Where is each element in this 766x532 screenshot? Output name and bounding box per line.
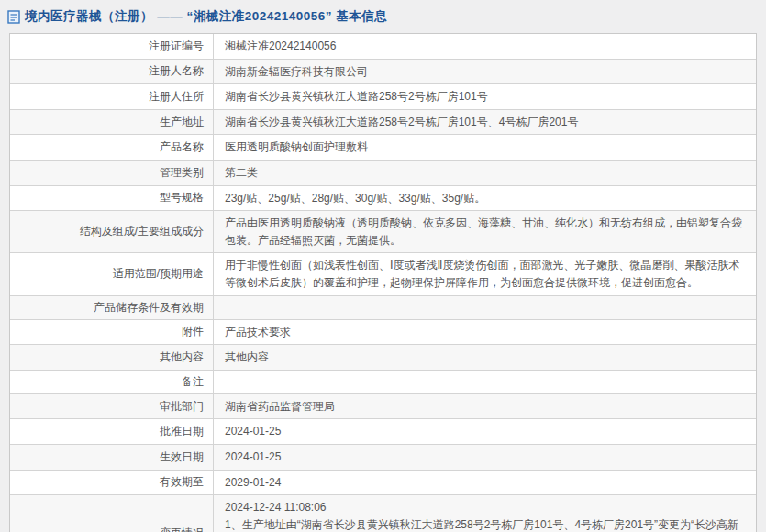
table-row-change-record: 变更情况 2024-12-24 11:08:06 1、生产地址由“湖南省长沙县黄…: [10, 495, 756, 532]
row-value: 湖南省长沙县黄兴镇秋江大道路258号2号栋厂房101号: [225, 88, 488, 105]
row-label: 审批部门: [10, 394, 214, 419]
row-value: 第二类: [225, 164, 258, 182]
row-label: 产品储存条件及有效期: [10, 296, 214, 319]
registration-info-table: 注册证编号 湘械注准20242140056 注册人名称 湖南新金辐医疗科技有限公…: [9, 33, 757, 532]
row-value: 其他内容: [225, 349, 269, 366]
table-row-management-class: 管理类别 第二类: [10, 161, 756, 186]
row-value: 湘械注准20242140056: [225, 38, 336, 55]
row-value: 用于非慢性创面（如浅表性创面、Ⅰ度或者浅Ⅱ度烧烫伤创面，面部激光、光子嫩肤、微晶…: [225, 257, 745, 291]
row-label: 管理类别: [10, 161, 214, 185]
table-row-storage-validity: 产品储存条件及有效期: [10, 296, 756, 320]
table-row-intended-use: 适用范围/预期用途 用于非慢性创面（如浅表性创面、Ⅰ度或者浅Ⅱ度烧烫伤创面，面部…: [10, 253, 756, 295]
table-row-effective-date: 生效日期 2024-01-25: [10, 445, 756, 471]
row-label: 注册人住所: [10, 84, 214, 109]
table-row-approval-date: 批准日期 2024-01-25: [10, 419, 756, 445]
row-value: 2029-01-24: [225, 474, 281, 492]
row-label: 生产地址: [10, 110, 214, 135]
row-label: 产品名称: [10, 135, 214, 160]
table-row-production-address: 生产地址 湖南省长沙县黄兴镇秋江大道路258号2号栋厂房101号、4号栋厂房20…: [10, 110, 756, 136]
row-value: 产品技术要求: [225, 324, 291, 341]
table-row-remarks: 备注: [10, 371, 756, 394]
row-label: 备注: [10, 371, 214, 393]
table-row-other-content: 其他内容 其他内容: [10, 345, 756, 371]
table-row-registrant-name: 注册人名称 湖南新金辐医疗科技有限公司: [10, 60, 756, 85]
row-label: 批准日期: [10, 419, 214, 444]
table-row-product-name: 产品名称 医用透明质酸钠创面护理敷料: [10, 135, 756, 161]
page-title: 境内医疗器械（注册） —— “湘械注准20242140056” 基本信息: [25, 8, 387, 25]
row-label: 适用范围/预期用途: [10, 253, 214, 294]
row-value: 23g/贴、25g/贴、28g/贴、30g/贴、33g/贴、35g/贴。: [225, 190, 485, 207]
row-label: 有效期至: [10, 471, 214, 495]
table-row-composition: 结构及组成/主要组成成分 产品由医用透明质酸钠液（透明质酸钠、依克多因、海藻糖、…: [10, 211, 756, 253]
title-bar: 境内医疗器械（注册） —— “湘械注准20242140056” 基本信息: [0, 0, 766, 31]
row-value: 产品由医用透明质酸钠液（透明质酸钠、依克多因、海藻糖、甘油、纯化水）和无纺布组成…: [225, 215, 745, 249]
document-icon: [7, 10, 20, 24]
row-label: 生效日期: [10, 445, 214, 470]
row-label: 附件: [10, 320, 214, 345]
table-row-cert-number: 注册证编号 湘械注准20242140056: [10, 34, 756, 60]
row-label: 结构及组成/主要组成成分: [10, 211, 214, 252]
row-label: 型号规格: [10, 186, 214, 211]
row-label: 注册人名称: [10, 60, 214, 84]
row-value: 湖南新金辐医疗科技有限公司: [225, 63, 368, 81]
row-value: 2024-12-24 11:08:06 1、生产地址由“湖南省长沙县黄兴镇秋江大…: [225, 499, 745, 532]
table-row-registrant-address: 注册人住所 湖南省长沙县黄兴镇秋江大道路258号2号栋厂房101号: [10, 84, 756, 110]
row-value: 2024-01-25: [225, 423, 281, 440]
row-value: 2024-01-25: [225, 449, 281, 466]
table-row-model-spec: 型号规格 23g/贴、25g/贴、28g/贴、30g/贴、33g/贴、35g/贴…: [10, 186, 756, 212]
row-label: 其他内容: [10, 345, 214, 370]
table-row-attachment: 附件 产品技术要求: [10, 320, 756, 346]
table-row-approval-department: 审批部门 湖南省药品监督管理局: [10, 394, 756, 420]
row-value: 湖南省长沙县黄兴镇秋江大道路258号2号栋厂房101号、4号栋厂房201号: [225, 114, 578, 131]
row-value: 医用透明质酸钠创面护理敷料: [225, 139, 368, 156]
row-label: 注册证编号: [10, 34, 214, 59]
row-label: 变更情况: [10, 495, 214, 532]
row-value: 湖南省药品监督管理局: [225, 398, 335, 416]
table-row-expiry-date: 有效期至 2029-01-24: [10, 471, 756, 496]
